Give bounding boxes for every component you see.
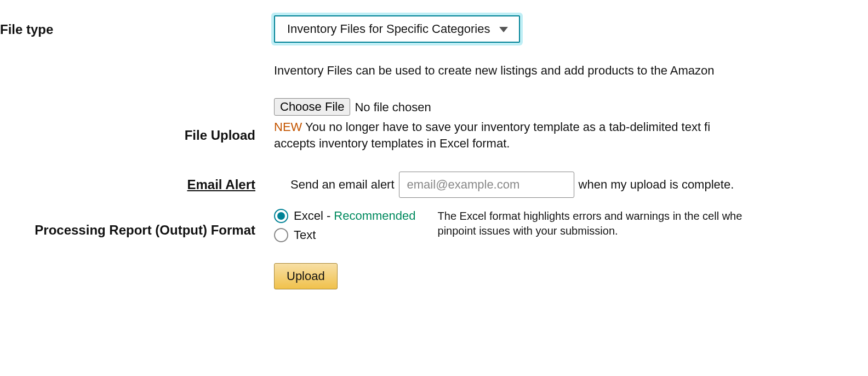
no-file-chosen-text: No file chosen xyxy=(355,99,431,116)
report-format-text-text: Text xyxy=(294,227,316,243)
report-format-row: Processing Report (Output) Format Excel … xyxy=(0,208,868,243)
email-alert-suffix: when my upload is complete. xyxy=(579,176,734,193)
file-type-select[interactable]: Inventory Files for Specific Categories xyxy=(274,15,520,43)
new-badge: NEW xyxy=(274,120,302,134)
email-alert-row: Email Alert Send an email alert when my … xyxy=(0,172,868,198)
choose-file-button[interactable]: Choose File xyxy=(274,98,350,116)
report-format-excel-text: Excel - xyxy=(294,209,334,223)
file-type-row: File type Inventory Files for Specific C… xyxy=(0,15,868,78)
upload-form: File type Inventory Files for Specific C… xyxy=(0,0,868,289)
file-upload-note-line2: accepts inventory templates in Excel for… xyxy=(274,135,868,152)
file-upload-note-line1: NEW You no longer have to save your inve… xyxy=(274,119,868,135)
file-upload-row: File Upload Choose File No file chosen N… xyxy=(0,98,868,151)
email-alert-prefix: Send an email alert xyxy=(274,176,395,193)
report-format-radio-group: Excel - Recommended Text xyxy=(274,208,416,243)
upload-button[interactable]: Upload xyxy=(274,263,338,289)
report-format-option-text[interactable]: Text xyxy=(274,227,416,243)
radio-selected-icon xyxy=(274,209,288,223)
report-format-help-line1: The Excel format highlights errors and w… xyxy=(438,209,743,224)
report-format-option-excel[interactable]: Excel - Recommended xyxy=(274,208,416,224)
file-type-selected-value: Inventory Files for Specific Categories xyxy=(287,21,490,37)
file-type-description: Inventory Files can be used to create ne… xyxy=(274,62,868,79)
file-upload-note1-text: You no longer have to save your inventor… xyxy=(302,120,710,134)
file-type-label: File type xyxy=(0,15,274,44)
file-upload-label: File Upload xyxy=(0,106,274,144)
email-alert-label: Email Alert xyxy=(0,176,274,193)
upload-button-row: Upload xyxy=(0,263,868,289)
chevron-down-icon xyxy=(499,27,508,32)
email-alert-input[interactable] xyxy=(399,172,574,198)
recommended-badge: Recommended xyxy=(334,209,415,223)
report-format-help: The Excel format highlights errors and w… xyxy=(438,208,743,238)
radio-unselected-icon xyxy=(274,228,288,242)
report-format-label: Processing Report (Output) Format xyxy=(0,212,274,239)
report-format-help-line2: pinpoint issues with your submission. xyxy=(438,224,743,238)
